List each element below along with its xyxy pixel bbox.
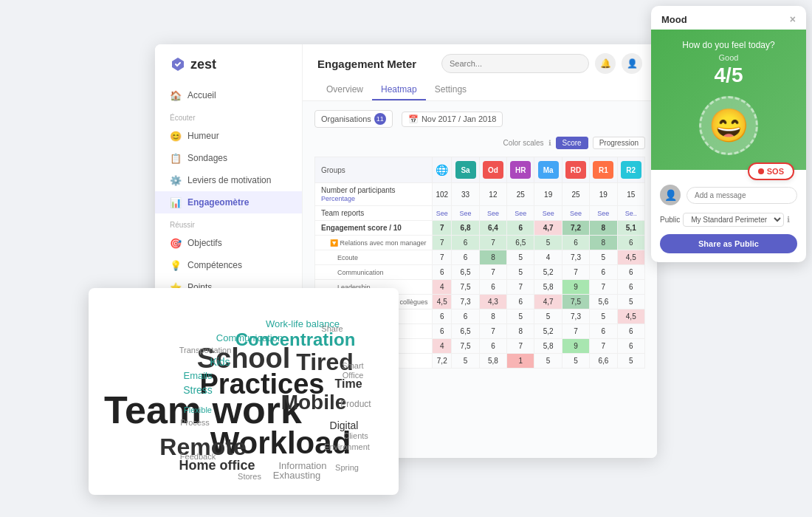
col-od: Od <box>479 157 506 183</box>
word-cloud-item[interactable]: Flexible <box>184 405 212 414</box>
sidebar-item-humeur[interactable]: 😊 Humeur <box>155 125 302 147</box>
sidebar-item-sondages[interactable]: 📋 Sondages <box>155 147 302 169</box>
mood-emoji: 😄 <box>709 109 749 142</box>
color-scale-info[interactable]: ℹ <box>548 139 551 147</box>
user-avatar: 👤 <box>660 185 681 205</box>
mood-panel-header: Mood × <box>651 6 806 30</box>
mood-green-section: How do you feel today? Good 4/5 😄 SOS <box>651 30 806 170</box>
wordcloud-inner: Team workPracticesWorkloadRemoteSchoolTi… <box>89 288 399 495</box>
avatar[interactable]: 👤 <box>622 53 642 74</box>
info-icon: ℹ <box>787 215 790 225</box>
engagement-score-label: Engagement score / 10 <box>315 221 433 236</box>
col-r1: R1 <box>590 157 617 183</box>
tab-heatmap[interactable]: Heatmap <box>372 80 426 100</box>
tabs: Overview Heatmap Settings <box>317 80 642 100</box>
settings-icon: ⚙️ <box>170 174 182 186</box>
mood-question: How do you feel today? <box>663 40 794 50</box>
close-icon[interactable]: × <box>790 13 796 25</box>
col-sa: Sa <box>452 157 479 183</box>
sidebar-section-ecouter: Écouter <box>155 106 302 125</box>
score-btn[interactable]: Score <box>556 137 588 149</box>
table-row: 🔽 Relations avec mon manager 7 6 7 6,5 5… <box>315 236 645 250</box>
sidebar-item-leviers[interactable]: ⚙️ Leviers de motivation <box>155 169 302 191</box>
page-title: Engagement Meter <box>317 58 416 70</box>
tab-settings[interactable]: Settings <box>426 80 475 100</box>
perimeter-select[interactable]: My Standard Perimeter <box>683 213 784 227</box>
mood-good-label: Good <box>663 53 794 62</box>
word-cloud-item[interactable]: Share <box>321 324 343 333</box>
color-scale-controls: Color scales ℹ Score Progression <box>503 137 645 149</box>
organisations-filter[interactable]: Organisations 11 <box>314 110 393 128</box>
sidebar-item-objectifs[interactable]: 🎯 Objectifs <box>155 232 302 254</box>
col-r2: R2 <box>617 157 644 183</box>
table-row: Communication 6 6,5 7 5 5,2 7 6 6 <box>315 265 645 280</box>
sidebar-item-engageometre[interactable]: 📊 Engageomètre <box>155 191 302 213</box>
wordcloud-window: Team workPracticesWorkloadRemoteSchoolTi… <box>89 288 399 495</box>
col-rd: RD <box>562 157 589 183</box>
word-cloud-item[interactable]: Mobile <box>281 391 347 414</box>
groups-col-header: Groups <box>315 157 433 183</box>
date-filter[interactable]: 📅 Nov 2017 / Jan 2018 <box>402 112 503 127</box>
table-row: Ecoute 7 6 8 5 4 7,3 5 4,5 <box>315 250 645 265</box>
lightbulb-icon: 💡 <box>170 259 182 271</box>
mood-score: 4/5 <box>663 64 794 87</box>
notification-icon[interactable]: 🔔 <box>595 53 616 74</box>
perimeter-row: Public My Standard Perimeter ℹ <box>660 213 797 227</box>
word-cloud-item[interactable]: Information <box>278 460 326 471</box>
word-cloud-item[interactable]: Product <box>340 399 371 409</box>
chart-icon: 📊 <box>170 196 182 208</box>
share-public-button[interactable]: Share as Public <box>660 234 797 253</box>
col-globe: 🌐 <box>433 157 452 183</box>
mood-message-input[interactable] <box>687 187 797 204</box>
filter-bar: Organisations 11 📅 Nov 2017 / Jan 2018 C… <box>314 110 645 149</box>
team-reports-label: Team reports <box>315 206 433 221</box>
sidebar-item-competences[interactable]: 💡 Compétences <box>155 254 302 276</box>
table-row: Number of participantsPercentage 102 33 … <box>315 183 645 206</box>
word-cloud-item[interactable]: Kids <box>210 356 230 368</box>
logo: zest <box>155 56 302 84</box>
word-cloud-item[interactable]: Home office <box>179 458 255 473</box>
perimeter-label: Public <box>660 216 680 224</box>
mood-input-row: 👤 <box>660 185 797 205</box>
main-header: Engagement Meter 🔔 👤 Overview Heatmap Se… <box>303 44 657 101</box>
table-row: Engagement score / 10 7 6,8 6,4 6 4,7 7,… <box>315 221 645 236</box>
table-row: Team reports See See See See See See See… <box>315 206 645 221</box>
col-ma: Ma <box>534 157 562 183</box>
word-cloud-item[interactable]: Transportation <box>179 346 232 355</box>
search-input[interactable] <box>441 54 589 73</box>
mood-title: Mood <box>661 14 687 25</box>
sos-button[interactable]: SOS <box>748 162 794 180</box>
word-cloud-item[interactable]: Stress <box>183 384 213 396</box>
mood-panel: Mood × How do you feel today? Good 4/5 😄… <box>651 6 806 262</box>
word-cloud-item[interactable]: Communication <box>216 332 283 343</box>
word-cloud-item[interactable]: Exhausting <box>273 470 320 481</box>
logo-icon <box>170 56 186 72</box>
mood-bottom: 👤 Public My Standard Perimeter ℹ Share a… <box>651 170 806 262</box>
logo-text: zest <box>190 57 216 72</box>
home-icon: 🏠 <box>170 89 182 101</box>
word-cloud-item[interactable]: Digital <box>330 420 359 431</box>
word-cloud-item[interactable]: Emails <box>183 370 212 381</box>
mood-emoji-circle: 😄 <box>699 96 758 155</box>
sidebar-section-reussir: Réussir <box>155 213 302 232</box>
target-icon: 🎯 <box>170 237 182 249</box>
word-cloud-item[interactable]: Stores <box>238 472 261 481</box>
participants-label: Number of participantsPercentage <box>315 183 433 206</box>
word-cloud-item[interactable]: Clients <box>343 431 368 440</box>
word-cloud-item[interactable]: Process <box>180 418 210 427</box>
word-cloud-item[interactable]: Spring <box>335 463 359 472</box>
sidebar-item-accueil[interactable]: 🏠 Accueil <box>155 84 302 106</box>
sos-dot <box>758 168 764 174</box>
word-cloud-item[interactable]: Office <box>343 371 364 380</box>
tab-overview[interactable]: Overview <box>317 80 372 100</box>
progression-btn[interactable]: Progression <box>593 137 645 149</box>
word-cloud-item[interactable]: Smart <box>342 361 363 370</box>
col-hr: HR <box>507 157 534 183</box>
word-cloud-item[interactable]: Environment <box>324 442 370 451</box>
survey-icon: 📋 <box>170 152 182 164</box>
smile-icon: 😊 <box>170 130 182 142</box>
